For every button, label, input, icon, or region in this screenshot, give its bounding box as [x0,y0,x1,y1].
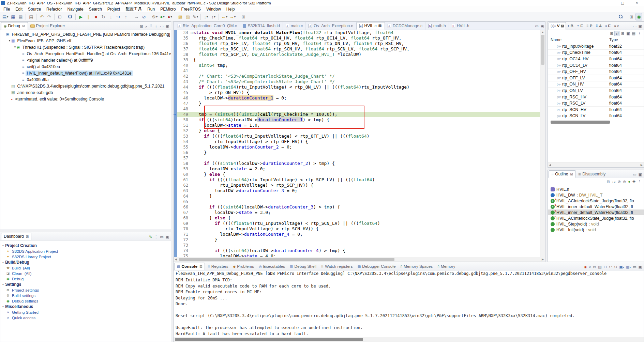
maximize-window[interactable]: ▢ [615,0,630,6]
hide-static-members-icon[interactable]: ⊘ [622,180,627,184]
remove-all-launches-icon[interactable]: ⊗ [592,265,597,269]
tab-watch-registers[interactable]: ⠿Watch registers [319,263,355,270]
outline-item[interactable]: HVIL_Init(void) : void [548,227,644,233]
minimize-editor-icon[interactable]: ▭ [534,24,539,28]
dashboard-link-getting-started[interactable]: »Getting Started [2,309,171,315]
detail-pane-icon[interactable]: ▤ [631,31,636,36]
variable-row[interactable]: (x)=rtp_SCN_HVfloat64 [548,107,644,113]
debug-perspective-button[interactable]: ◉ [635,13,642,20]
variables-bottom-scrollbar[interactable]: ◀ ▶ [548,162,644,167]
variable-row[interactable]: (x)=rtp_OFF_LVfloat64 [548,75,644,81]
dashboard-link-clean-all-[interactable]: ◪Clean (All) [2,270,171,276]
debug-tree-row[interactable]: ≡<signal handler called>() at 0xfffffff9 [0,57,171,63]
menu-item-File[interactable]: File [1,6,13,12]
debug-tree-row[interactable]: ≡Os_Arch_Exception_HardFault_Handler() a… [0,50,171,57]
column-header-name[interactable]: Name [548,37,607,43]
back-history-button[interactable]: ←▾ [221,13,228,20]
outline-item[interactable]: sHVIL_ACInterlockState_Judge(float32, fl… [548,215,644,221]
hide-non-public-icon[interactable]: ● [627,180,631,184]
open-perspective-button[interactable]: ⊞ [628,13,635,20]
debug-tree-row[interactable]: ≡HVIL_inner_default_WaterFlow() at HVIL.… [0,70,171,76]
annotate-button[interactable]: ✎▾ [192,13,199,20]
variable-row[interactable]: (x)=rtp_ON_LVfloat64 [548,88,644,94]
collapse-all-icon[interactable]: ⊟ [139,24,144,29]
word-wrap-icon[interactable]: ↩ [608,265,613,269]
outline-item[interactable]: sHVIL_inner_default_WaterFlow(float32, f… [548,209,644,215]
dashboard-link-s-ds-library-project[interactable]: ✦S32DS Library Project [2,254,171,259]
maximize-view-icon[interactable]: ▣ [638,24,643,29]
scroll-left-arrow-icon[interactable]: ◀ [174,257,178,262]
outline-item[interactable]: +sHVIL_inner_default_WaterFlow(float32, … [548,204,644,209]
step-into-button[interactable]: ↓ [107,13,114,20]
minimize-view-icon[interactable]: ▭ [632,172,637,177]
scroll-up-arrow-icon[interactable]: ▲ [540,30,545,34]
menu-item-Help[interactable]: Help [224,6,238,12]
scrollbar-thumb[interactable] [551,121,610,124]
close-icon[interactable]: ⊠ [378,24,382,28]
editor-tab-math.h[interactable]: hmath.h [425,22,449,30]
maximize-view-icon[interactable]: ▣ [638,172,643,177]
editor-tab-S32K314_flash.ld[interactable]: S32K314_flash.ld [240,22,283,30]
editor-tab-HVIL.c[interactable]: cHVIL.c⊠ [356,22,385,30]
menu-item-PEMicro[interactable]: PEMicro [158,6,178,12]
column-header-type[interactable]: Type [607,37,644,43]
menu-item-Search[interactable]: Search [86,6,105,12]
menu-item-Edit[interactable]: Edit [13,6,25,12]
debug-tree-row[interactable]: ▼▦FlexEvan_IFB_APP_GHS.elf [0,37,171,44]
debug-tree-row[interactable]: ▣FlexEvan_IFB_APP_GHS_Debug_FLASH_PNE [G… [0,31,171,37]
tab-variables-stack-E[interactable]: ≡E [603,22,612,30]
tab-variables-stack-V[interactable]: (x)=V⊠ [549,22,566,30]
show-logical-structure-icon[interactable]: ⇄ [614,31,620,36]
variable-row[interactable]: (x)=rtp_ON_HVfloat64 [548,81,644,88]
code-viewport[interactable]: static void HVIL_inner_default_WaterFlow… [193,30,540,257]
tab-outline[interactable]: ⠿Outline⊠ [549,170,576,178]
view-stack-overflow[interactable]: »2 [612,22,620,30]
variable-row[interactable]: (x)=rtp_SCN_LVfloat64 [548,113,644,120]
debug-tree-row[interactable]: ▪<terminated, exit value: 0>Semihosting … [0,96,171,102]
redo-button[interactable]: ↷ [46,13,53,20]
minimize-view-icon[interactable]: ▭ [159,235,164,239]
maximize-view-icon[interactable]: ▣ [638,265,643,269]
menu-item-Source[interactable]: Source [25,6,44,12]
collapse-all-icon[interactable]: ⊟ [620,31,625,36]
console-output[interactable]: REM Initialize DMA TCD:REM Copy valid ex… [174,277,644,337]
save-all-button[interactable]: ▦ [17,13,24,20]
variable-row[interactable]: (x)=rtp_OC14_HVfloat64 [548,56,644,62]
debug-tree-row[interactable]: ▤arm-none-eabi-gdb [0,89,171,96]
menu-item-Window[interactable]: Window [204,6,224,12]
tab-dashboard[interactable]: Dashboard ⊠ [1,233,31,240]
maximize-view-icon[interactable]: ▣ [165,235,170,239]
terminate-icon[interactable]: ■ [583,265,588,269]
menu-item-Project[interactable]: Project [105,6,123,12]
variable-row[interactable]: (x)=rtp_OC14_LVfloat64 [548,62,644,69]
chevron-expanded-icon[interactable]: ▼ [8,39,11,42]
filters-icon[interactable]: ✚ [631,180,636,184]
open-folder-2-button[interactable]: ▨ [184,13,191,20]
tab-executables[interactable]: ◎Executables [256,263,287,270]
debug-tree-row[interactable]: ≡ceil() at 0x4310ea [0,63,171,70]
print-button[interactable]: ▤ [28,13,34,20]
console-horizontal-scrollbar[interactable] [174,337,644,342]
next-annotation-button[interactable]: ↓▾ [203,13,209,20]
tab-console[interactable]: ▤Console⊠ [174,263,205,270]
editor-tab-HVIL.h[interactable]: hHVIL.h [449,22,473,30]
debug-config-button[interactable]: ●▾ [166,13,173,20]
close-icon[interactable]: ⊠ [22,24,25,28]
instruction-stepping-button[interactable]: → [133,13,140,20]
tab-variables-stack-A[interactable]: ⠿A [594,22,603,30]
tab-registers[interactable]: ⠿Registers [205,263,230,270]
skip-all-breakpoints-button[interactable]: ⊘ [140,13,147,20]
terminate-button[interactable]: ■ [92,13,99,20]
display-selected-console-icon[interactable]: ▣▾ [618,265,625,269]
variable-row[interactable]: (x)=rtp_OFF_HVfloat64 [548,68,644,75]
editor-horizontal-scrollbar[interactable]: ◀ ▶ [174,257,545,262]
menu-item-FreeRTOS[interactable]: FreeRTOS [179,6,204,12]
suspend-button[interactable]: ∥ [85,13,92,20]
restart-button[interactable]: ↻ [100,13,107,20]
tab-disassembly[interactable]: ≣Disassembly [576,170,608,178]
debug-tree-row[interactable]: ≡0x4009a9fa [0,76,171,83]
scrollbar-thumb[interactable] [175,338,363,341]
tab-variables-stack-P[interactable]: ⠿P [585,22,594,30]
variable-row[interactable]: (x)=rtp_RSC_HVfloat64 [548,94,644,100]
scroll-left-arrow-icon[interactable]: ◀ [549,164,551,167]
